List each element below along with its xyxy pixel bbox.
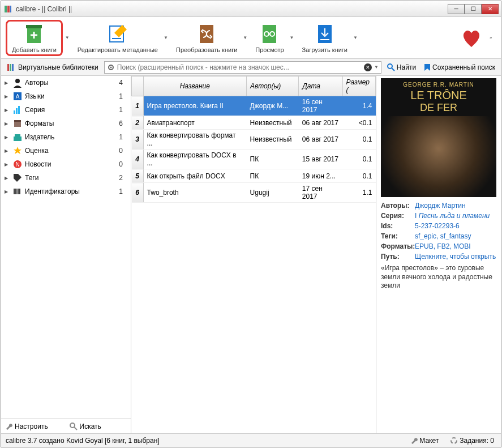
link-path[interactable]: Щелкните, чтобы открыть: [415, 253, 496, 261]
search-dropdown[interactable]: ▼: [374, 65, 379, 70]
configure-button[interactable]: Настроить: [1, 423, 66, 430]
view-button[interactable]: Просмотр: [252, 22, 287, 54]
edit-icon: [106, 23, 129, 45]
download-books-dropdown[interactable]: ▼: [353, 35, 360, 40]
cell-title: Two_broth: [143, 183, 246, 203]
svg-line-20: [392, 68, 394, 71]
table-row[interactable]: 6Two_brothUgugij17 сен 20171.1: [132, 183, 376, 203]
col-date[interactable]: Дата: [299, 76, 342, 96]
sidebar-item[interactable]: ▶NНовости0: [1, 157, 131, 171]
expand-icon: ▶: [5, 80, 10, 86]
row-number: 3: [132, 130, 144, 150]
sidebar-item[interactable]: ▶Теги2: [1, 171, 131, 185]
add-books-dropdown[interactable]: ▼: [65, 35, 72, 40]
link-ids[interactable]: 5-237-02293-6: [415, 222, 460, 230]
link-formats[interactable]: EPUB, FB2, MOBI: [415, 242, 471, 250]
sidebar-item[interactable]: ▶AЯзыки1: [1, 89, 131, 103]
clear-search-icon[interactable]: ✕: [364, 63, 372, 71]
sidebar-item-label: Языки: [25, 92, 119, 100]
sidebar-item-label: Теги: [25, 174, 119, 182]
svg-point-18: [110, 66, 111, 68]
expand-icon: ▶: [5, 121, 10, 126]
view-icon: [258, 23, 281, 45]
convert-books-dropdown[interactable]: ▼: [243, 35, 250, 40]
book-table[interactable]: Название Автор(ы) Дата Размер ( 1Игра пр…: [131, 76, 376, 433]
wrench-icon: [5, 423, 12, 430]
view-dropdown[interactable]: ▼: [290, 35, 297, 40]
expand-icon: ▶: [5, 162, 10, 167]
main-toolbar: Добавить книги ▼ Редактировать метаданны…: [1, 17, 501, 59]
sidebar-footer: Настроить Искать: [1, 419, 131, 433]
download-books-button[interactable]: Загрузить книги: [299, 22, 351, 54]
svg-rect-36: [18, 189, 19, 194]
expand-icon: ▶: [5, 135, 10, 140]
table-row[interactable]: 5Как открыть файл DOCXПК19 июн 2...0.1: [132, 169, 376, 183]
toolbar-overflow[interactable]: »: [490, 35, 496, 40]
sidebar-item-label: Издатель: [25, 133, 119, 141]
cell-author: Ugugij: [247, 183, 299, 203]
svg-point-38: [70, 423, 75, 428]
sidebar-item[interactable]: ▶Серия1: [1, 103, 131, 117]
sidebar-item[interactable]: ▶Авторы4: [1, 76, 131, 89]
add-books-icon: [23, 23, 45, 45]
app-icon: [3, 5, 12, 14]
edit-metadata-dropdown[interactable]: ▼: [164, 35, 170, 40]
svg-point-40: [451, 438, 457, 443]
donate-icon[interactable]: [460, 28, 483, 48]
close-button[interactable]: ✕: [482, 4, 499, 14]
row-number: 2: [132, 116, 144, 130]
search-categories-button[interactable]: Искать: [66, 423, 131, 430]
sidebar-item[interactable]: ▶Форматы6: [1, 117, 131, 130]
cell-date: 16 сен 2017: [299, 96, 342, 116]
svg-rect-26: [18, 106, 20, 114]
maximize-button[interactable]: ☐: [465, 4, 482, 14]
minimize-button[interactable]: ─: [448, 4, 465, 14]
main-panel: Название Автор(ы) Дата Размер ( 1Игра пр…: [131, 76, 501, 433]
table-row[interactable]: 1Игра престолов. Книга IIДжордж М...16 с…: [132, 96, 376, 116]
col-num[interactable]: [132, 76, 144, 96]
jobs-button[interactable]: Задания: 0: [448, 436, 496, 446]
svg-rect-29: [14, 136, 22, 141]
app-window: calibre - || Colibri || ─ ☐ ✕ Добавить к…: [1, 1, 501, 447]
svg-rect-24: [14, 110, 15, 114]
layout-button[interactable]: Макет: [407, 436, 441, 446]
status-text: calibre 3.7 создано Kovid Goyal [6 книг,…: [6, 437, 401, 445]
link-series[interactable]: Песнь льда и пламени: [419, 212, 490, 220]
sidebar-item[interactable]: ▶Издатель1: [1, 130, 131, 144]
window-title: calibre - || Colibri ||: [16, 5, 448, 13]
book-cover[interactable]: GEORGE R.R. MARTIN LE TRÔNE DE FER: [381, 78, 496, 197]
row-number: 1: [132, 96, 144, 116]
search-icon: [70, 423, 78, 430]
table-row[interactable]: 4Как конвертировать DOCX в ...ПК15 авг 2…: [132, 150, 376, 169]
label-tags: Теги:: [381, 232, 415, 240]
col-title[interactable]: Название: [143, 76, 246, 96]
sidebar-item-label: Новости: [25, 160, 119, 168]
cell-title: Как конвертировать DOCX в ...: [143, 150, 246, 169]
search-input[interactable]: [117, 63, 362, 71]
add-books-button[interactable]: Добавить книги: [6, 20, 63, 56]
svg-point-21: [15, 79, 20, 83]
table-row[interactable]: 2АвиатранспортНеизвестный06 авг 2017<0.1: [132, 116, 376, 130]
table-row[interactable]: 3Как конвертировать формат ...Неизвестны…: [132, 130, 376, 150]
find-button[interactable]: Найти: [385, 62, 418, 72]
saved-search-button[interactable]: Сохраненный поиск: [422, 62, 497, 72]
sidebar-item-count: 0: [119, 160, 127, 168]
col-author[interactable]: Автор(ы): [247, 76, 299, 96]
sidebar-item[interactable]: ▶Оценка0: [1, 144, 131, 157]
col-size[interactable]: Размер (: [342, 76, 375, 96]
sidebar-item[interactable]: ▶Идентификаторы1: [1, 185, 131, 198]
row-number: 6: [132, 183, 144, 203]
cover-art: [381, 116, 496, 197]
svg-rect-1: [7, 6, 10, 12]
virtual-libraries-button[interactable]: Виртуальные библиотеки: [5, 62, 101, 73]
link-author[interactable]: Джордж Мартин: [415, 202, 466, 210]
label-series: Серия:: [381, 212, 415, 220]
svg-text:N: N: [15, 161, 19, 168]
sidebar-item-label: Серия: [25, 106, 119, 114]
cell-date: 06 авг 2017: [299, 116, 342, 130]
convert-books-button[interactable]: Преобразовать книги: [173, 22, 241, 54]
link-tags[interactable]: sf_epic, sf_fantasy: [415, 232, 471, 240]
edit-metadata-button[interactable]: Редактировать метаданные: [74, 22, 161, 54]
gear-icon[interactable]: [107, 63, 115, 71]
sidebar-item-count: 1: [119, 106, 127, 114]
